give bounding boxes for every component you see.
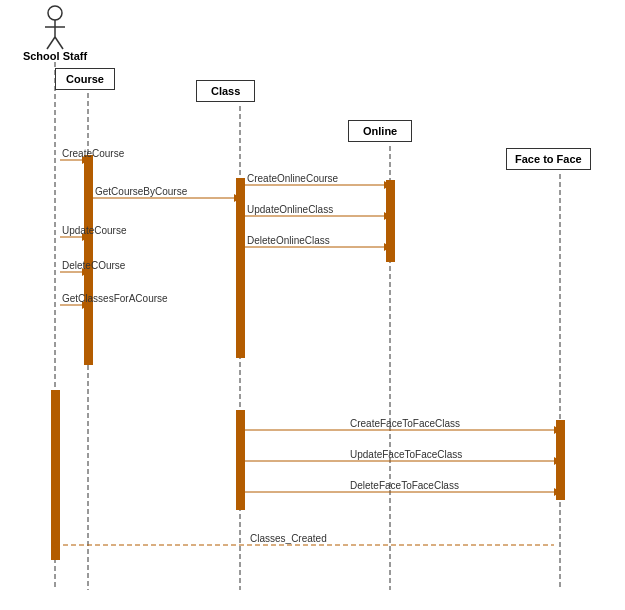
svg-line-3 (47, 37, 55, 49)
activation-class-2 (236, 410, 245, 510)
svg-point-0 (48, 6, 62, 20)
label-create-course: CreateCourse (62, 148, 125, 159)
label-update-ftf: UpdateFaceToFaceClass (350, 449, 462, 460)
svg-line-4 (55, 37, 63, 49)
actor-course-label: Course (66, 73, 104, 85)
actor-online-label: Online (363, 125, 397, 137)
activation-class-1 (236, 178, 245, 358)
label-delete-online: DeleteOnlineClass (247, 235, 330, 246)
activation-school-staff-2 (51, 390, 60, 560)
label-classes-created: Classes_Created (250, 533, 327, 544)
actor-school-staff: School Staff (20, 5, 90, 63)
stick-figure-school-staff (40, 5, 70, 50)
label-update-online: UpdateOnlineClass (247, 204, 333, 215)
actor-face-to-face-label: Face to Face (515, 153, 582, 165)
actor-school-staff-label: School Staff (20, 50, 90, 63)
actor-online: Online (348, 120, 412, 142)
actor-class-label: Class (211, 85, 240, 97)
diagram-svg: CreateCourse GetCourseByCourse CreateOnl… (0, 0, 625, 610)
actor-face-to-face: Face to Face (506, 148, 591, 170)
label-delete-ftf: DeleteFaceToFaceClass (350, 480, 459, 491)
label-get-course: GetCourseByCourse (95, 186, 188, 197)
label-get-classes: GetClassesForACourse (62, 293, 168, 304)
activation-online (386, 180, 395, 262)
actor-class: Class (196, 80, 255, 102)
actor-course: Course (55, 68, 115, 90)
sequence-diagram: CreateCourse GetCourseByCourse CreateOnl… (0, 0, 625, 610)
label-update-course: UpdateCourse (62, 225, 127, 236)
label-delete-course: DeleteCOurse (62, 260, 126, 271)
label-create-ftf: CreateFaceToFaceClass (350, 418, 460, 429)
label-create-online: CreateOnlineCourse (247, 173, 339, 184)
